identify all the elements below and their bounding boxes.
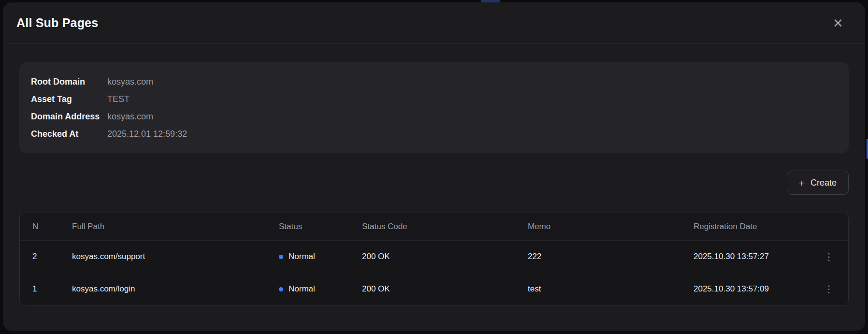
close-icon: ✕: [833, 17, 843, 29]
status-label: Normal: [289, 252, 315, 261]
cell-status: Normal: [279, 252, 362, 261]
status-dot-icon: [279, 287, 283, 291]
column-header-full-path: Full Path: [72, 222, 279, 232]
info-row-root-domain: Root Domain kosyas.com: [31, 73, 837, 90]
sub-pages-table: N Full Path Status Status Code Memo Regi…: [19, 213, 849, 305]
domain-info-panel: Root Domain kosyas.com Asset Tag TEST Do…: [19, 62, 849, 153]
table-row: 2 kosyas.com/support Normal 200 OK 222 2…: [20, 240, 848, 273]
row-more-menu-button[interactable]: ⋮: [821, 248, 837, 265]
cell-n: 1: [32, 284, 72, 294]
asset-tag-value: TEST: [107, 90, 130, 108]
status-label: Normal: [289, 284, 315, 294]
column-header-memo: Memo: [528, 222, 694, 232]
modal-body: Root Domain kosyas.com Asset Tag TEST Do…: [3, 44, 865, 305]
cell-status-code: 200 OK: [362, 284, 528, 294]
root-domain-label: Root Domain: [31, 73, 107, 90]
cell-actions: ⋮: [810, 248, 848, 265]
cell-registration-date: 2025.10.30 13:57:09: [694, 284, 810, 294]
column-header-registration-date: Registration Date: [694, 222, 810, 232]
cell-status: Normal: [279, 284, 362, 294]
page-title: All Sub Pages: [16, 16, 98, 30]
create-button-label: Create: [810, 178, 837, 188]
close-button[interactable]: ✕: [829, 15, 847, 32]
cell-full-path: kosyas.com/login: [72, 284, 279, 294]
domain-address-value: kosyas.com: [107, 108, 153, 125]
kebab-menu-icon: ⋮: [824, 284, 834, 294]
table-row: 1 kosyas.com/login Normal 200 OK test 20…: [20, 273, 848, 305]
info-row-domain-address: Domain Address kosyas.com: [31, 108, 837, 125]
cell-memo: test: [528, 284, 694, 294]
info-row-asset-tag: Asset Tag TEST: [31, 90, 837, 108]
info-row-checked-at: Checked At 2025.12.01 12:59:32: [31, 125, 837, 143]
domain-address-label: Domain Address: [31, 108, 107, 125]
column-header-n: N: [32, 222, 72, 232]
table-header-row: N Full Path Status Status Code Memo Regi…: [20, 213, 848, 240]
modal-header: All Sub Pages ✕: [3, 2, 865, 44]
table-toolbar: + Create: [19, 171, 849, 195]
plus-icon: +: [799, 178, 805, 188]
cell-full-path: kosyas.com/support: [72, 252, 279, 261]
cell-registration-date: 2025.10.30 13:57:27: [694, 252, 810, 261]
kebab-menu-icon: ⋮: [824, 252, 834, 261]
checked-at-label: Checked At: [31, 125, 107, 143]
row-more-menu-button[interactable]: ⋮: [821, 281, 837, 297]
all-sub-pages-modal: All Sub Pages ✕ Root Domain kosyas.com A…: [3, 2, 865, 331]
cell-actions: ⋮: [810, 281, 848, 297]
asset-tag-label: Asset Tag: [31, 90, 107, 108]
status-dot-icon: [279, 255, 283, 259]
create-button[interactable]: + Create: [787, 171, 849, 195]
root-domain-value: kosyas.com: [107, 73, 153, 90]
cell-n: 2: [32, 252, 72, 261]
cell-memo: 222: [528, 252, 694, 261]
column-header-status-code: Status Code: [362, 222, 528, 232]
checked-at-value: 2025.12.01 12:59:32: [107, 125, 187, 143]
column-header-status: Status: [279, 222, 362, 232]
cell-status-code: 200 OK: [362, 252, 528, 261]
